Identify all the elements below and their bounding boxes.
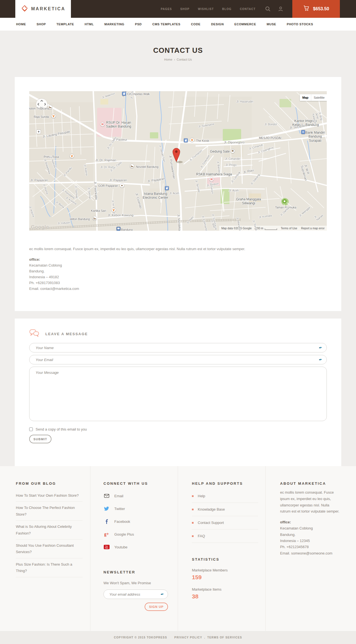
- help-link[interactable]: Contact Support: [192, 516, 258, 529]
- privacy-policy-link[interactable]: PRIVACY POLICY: [174, 636, 202, 639]
- signup-button[interactable]: SIGN UP: [145, 603, 168, 611]
- submit-button[interactable]: SUBMIT: [29, 435, 51, 443]
- about-paragraph: ec mollis lorem consequat. Fusce ipsum e…: [280, 489, 341, 515]
- cart-total: $653.50: [313, 6, 329, 11]
- menubar-item[interactable]: CODE: [191, 23, 201, 26]
- map-button[interactable]: Map: [300, 94, 311, 101]
- satellite-button[interactable]: Satellite: [311, 94, 327, 101]
- breadcrumb-home[interactable]: Home: [164, 58, 172, 61]
- twitter-icon: [103, 506, 110, 511]
- send-copy-checkbox[interactable]: [29, 427, 33, 431]
- menubar-item[interactable]: SHOP: [36, 23, 46, 26]
- menubar-item[interactable]: CMS TEMPLATES: [152, 23, 181, 26]
- office-address-line: Ph. +62817391083: [29, 280, 327, 286]
- terms-of-services-link[interactable]: TERMS OF SERVICES: [207, 636, 242, 639]
- category-menubar: HOMESHOPTEMPLATEHTMLMARKETINGPSDCMS TEMP…: [0, 18, 356, 31]
- shop-poi-icon: [184, 138, 188, 142]
- hotel-poi-icon: [48, 105, 52, 109]
- dot-poi-icon: [120, 183, 124, 188]
- contact-info-card: + Map Satellite Google Map data ©2015 Go…: [15, 77, 341, 311]
- map-scale: 200 m: [256, 227, 277, 230]
- office-address-line: Ph. +6212345678: [280, 544, 345, 550]
- help-link[interactable]: FAQ: [192, 529, 258, 543]
- map-pan-control[interactable]: [35, 98, 48, 112]
- newsletter-email-input[interactable]: [103, 590, 168, 599]
- blog-post-link[interactable]: What is So Alluring About Celebrity Fash…: [16, 521, 83, 539]
- footer-blog-column: FROM OUR BLOG How To Start Your Own Fash…: [0, 466, 90, 631]
- rest-poi-icon: [70, 154, 74, 158]
- about-office-block: office: Kecamatan CoblongBandung.Indones…: [280, 519, 345, 556]
- menubar-item[interactable]: PHOTO STOCKS: [287, 23, 313, 26]
- header-nav-item[interactable]: SHOP: [180, 8, 189, 11]
- social-link[interactable]: Twitter: [103, 502, 170, 515]
- header-nav-item[interactable]: BLOG: [222, 8, 232, 11]
- user-icon[interactable]: [278, 6, 283, 12]
- header-nav-item[interactable]: WISHLIST: [198, 8, 214, 11]
- hosp-poi-icon: [209, 177, 214, 181]
- shop-poi-icon: [165, 186, 169, 190]
- logo[interactable]: MARKETICA: [15, 0, 71, 18]
- social-link[interactable]: g+ Google Plus: [103, 528, 170, 541]
- menubar-item[interactable]: MUSE: [267, 23, 276, 26]
- office-address-line: Email. someone@someone.com: [280, 550, 345, 556]
- blog-post-link[interactable]: How To Start Your Own Fashion Store?: [16, 489, 83, 502]
- office-address-line: Indonesia – 12345: [280, 538, 345, 544]
- footer-about-column: ABOUT MARKETICA ec mollis lorem consequa…: [266, 466, 356, 631]
- office-address-line: Email. contact@marketica.com: [29, 286, 327, 292]
- breadcrumb-current: Contact Us: [177, 58, 192, 61]
- gov-poi-icon: [231, 149, 235, 153]
- google-map[interactable]: + Map Satellite Google Map data ©2015 Go…: [29, 91, 327, 231]
- blog-post-link[interactable]: How To Choose The Perfect Fashion Store?: [16, 502, 83, 521]
- menubar-item[interactable]: DESIGN: [211, 23, 224, 26]
- menubar-item[interactable]: HOME: [16, 23, 26, 26]
- google-logo: Google: [31, 224, 49, 230]
- header-nav-item[interactable]: CONTACT: [240, 8, 256, 11]
- statistic: Marketplace Members 159: [192, 568, 258, 581]
- statistic-value: 38: [192, 593, 258, 600]
- search-icon[interactable]: [265, 6, 271, 12]
- top-header: MARKETICA PAGESSHOPWISHLISTBLOGCONTACT $…: [0, 0, 356, 18]
- bullet-square-icon: [192, 522, 194, 524]
- blog-post-link[interactable]: Plus Size Fashion: Is There Such a Thing…: [16, 558, 83, 577]
- park-poi-icon: [282, 199, 287, 203]
- chat-bubbles-icon: [29, 329, 39, 339]
- map-zoom-in-button[interactable]: +: [36, 130, 41, 134]
- help-link[interactable]: Help: [192, 489, 258, 503]
- intro-paragraph: ec mollis lorem consequat. Fusce ipsum e…: [29, 246, 327, 252]
- email-input[interactable]: [29, 355, 327, 364]
- newsletter-heading: NEWSLETTER: [103, 570, 170, 574]
- cart-icon: [303, 5, 310, 13]
- statistic-label: Marketplace Items: [192, 587, 258, 591]
- statistic: Marketplace Items 38: [192, 587, 258, 600]
- leave-message-card: LEAVE A MESSAGE ✒ ✒ Send a copy of this …: [15, 319, 341, 466]
- footer-connect-column: CONNECT WITH US Email Twitter: [90, 466, 178, 631]
- map-marker-pin[interactable]: [172, 148, 184, 165]
- header-nav-item[interactable]: PAGES: [161, 8, 172, 11]
- googleplus-icon: g+: [103, 532, 110, 537]
- email-icon: [103, 494, 110, 498]
- social-link[interactable]: YouTube Youtube: [103, 541, 170, 553]
- map-attribution: Map data ©2015 Google 200 m Terms of Use…: [219, 226, 327, 231]
- footer: FROM OUR BLOG How To Start Your Own Fash…: [0, 466, 356, 644]
- social-link[interactable]: Facebook: [103, 515, 170, 528]
- footer-help-column: HELP AND SUPPORTS Help Knowladge Base: [178, 466, 266, 631]
- menubar-item[interactable]: ECOMMERCE: [234, 23, 256, 26]
- tag-icon: [21, 5, 28, 13]
- rest-poi-icon: [190, 138, 194, 142]
- hotel-poi-icon: [93, 216, 97, 220]
- terms-of-use-link[interactable]: Terms of Use: [281, 227, 297, 230]
- menubar-item[interactable]: HTML: [85, 23, 94, 26]
- scale-rule: [265, 228, 277, 230]
- office-address-line: Bandung.: [29, 268, 327, 274]
- social-link[interactable]: Email: [103, 489, 170, 502]
- menubar-item[interactable]: PSD: [135, 23, 142, 26]
- menubar-item[interactable]: TEMPLATE: [56, 23, 74, 26]
- report-map-error-link[interactable]: Report a map error: [301, 227, 325, 230]
- name-input[interactable]: [29, 343, 327, 352]
- help-link[interactable]: Knowladge Base: [192, 503, 258, 516]
- page-title-section: CONTACT US Home›Contact Us: [0, 31, 356, 77]
- blog-post-link[interactable]: Should You Use Fashion Consultant Servic…: [16, 539, 83, 558]
- menubar-item[interactable]: MARKETING: [104, 23, 124, 26]
- cart-button[interactable]: $653.50: [292, 0, 340, 18]
- message-textarea[interactable]: [29, 367, 327, 421]
